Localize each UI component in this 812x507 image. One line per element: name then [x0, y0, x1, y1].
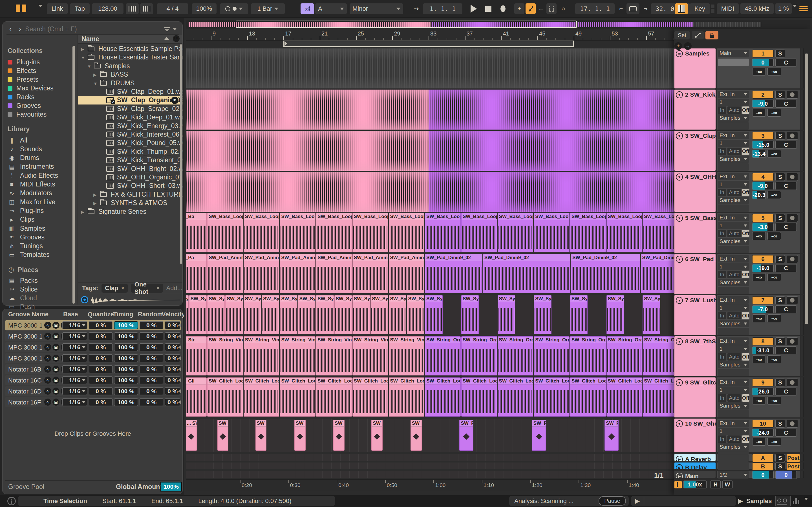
- monitor-in-button[interactable]: In: [718, 189, 726, 196]
- clip[interactable]: SW_Glitch_Loo: [425, 378, 461, 416]
- clip[interactable]: SW_Glitch_Loo: [352, 378, 388, 416]
- cue-volume-value[interactable]: 0: [775, 471, 797, 479]
- groove-random-value[interactable]: 0 %: [140, 332, 163, 340]
- groove-random-value[interactable]: 0 %: [140, 376, 163, 384]
- tree-folder-row[interactable]: ▶Signature Series: [78, 208, 183, 216]
- volume-value[interactable]: -3.0: [752, 223, 774, 231]
- clip[interactable]: SW_Syn: [225, 295, 243, 334]
- clip[interactable]: SW_Pad_Amin9: [316, 254, 352, 293]
- zoom-height-button[interactable]: H: [711, 481, 721, 489]
- sidebar-item-audio-effects[interactable]: ⁞Audio Effects: [8, 171, 72, 180]
- routing-select[interactable]: Samples: [718, 320, 749, 327]
- send-b-value[interactable]: -∞: [767, 232, 781, 240]
- routing-select[interactable]: 1: [718, 222, 749, 229]
- clip[interactable]: SW_FX: [371, 420, 383, 451]
- browser-back-button[interactable]: ‹: [6, 25, 14, 33]
- clip[interactable]: SW_String_Org: [461, 336, 497, 376]
- clip[interactable]: SW_String_Org: [534, 336, 569, 376]
- volume-value[interactable]: -26.0: [752, 388, 774, 395]
- groove-timing-value[interactable]: 100 %: [114, 354, 138, 362]
- track-unfold-icon[interactable]: ▼: [676, 256, 683, 263]
- solo-button[interactable]: S: [775, 132, 785, 140]
- logo-menu-caret-icon[interactable]: [38, 7, 42, 12]
- tree-collapsed-icon[interactable]: ▶: [81, 210, 84, 215]
- track-name-block[interactable]: ▼10 SW_Ghost_: [674, 418, 716, 452]
- track-number[interactable]: A: [752, 454, 774, 462]
- groove-row[interactable]: Notator 16D∿▣↻1/160 %100 %0 %0 %: [5, 386, 181, 396]
- routing-select[interactable]: 1: [718, 345, 749, 353]
- preview-headphone-icon[interactable]: [81, 296, 88, 303]
- send-a-value[interactable]: -∞: [752, 273, 766, 281]
- send-a-value[interactable]: -∞: [752, 68, 766, 75]
- clip[interactable]: SW_Syn: [425, 295, 442, 334]
- hot-swap-icon[interactable]: ∿: [44, 377, 51, 384]
- monitor-in-button[interactable]: In: [718, 271, 726, 278]
- clip[interactable]: SW_Bass_Loop_: [534, 213, 569, 252]
- tree-collapsed-icon[interactable]: ▶: [81, 47, 84, 52]
- solo-button[interactable]: S: [775, 462, 785, 470]
- track-unfold-icon[interactable]: ▼: [676, 132, 683, 139]
- cpu-load-meter[interactable]: 1 %: [775, 3, 792, 14]
- send-b-value[interactable]: -∞: [767, 68, 781, 75]
- clip[interactable]: SW_Glitch_Loo: [207, 378, 243, 416]
- velocity-slider-arrow[interactable]: [178, 389, 181, 393]
- send-b-value[interactable]: -∞: [767, 438, 781, 446]
- groove-row[interactable]: Notator 16C∿▣↻1/160 %100 %0 %0 %: [5, 375, 181, 385]
- groove-timing-value[interactable]: 100 %: [114, 321, 138, 329]
- solo-button[interactable]: S: [775, 296, 785, 304]
- routing-select[interactable]: Ext. In: [718, 91, 749, 98]
- clip[interactable]: SW_Syn: [407, 295, 424, 334]
- clip[interactable]: SW_Pad_Dmin9_02: [571, 254, 640, 293]
- groove-timing-value[interactable]: 100 %: [114, 376, 138, 384]
- hot-swap-icon[interactable]: ∿: [44, 388, 51, 395]
- clip[interactable]: SW_Bass_Loop_: [244, 213, 280, 252]
- pan-value[interactable]: C: [775, 223, 797, 231]
- clip[interactable]: SW_FX: [410, 420, 422, 451]
- clip[interactable]: SW_Glitch_Loo: [461, 378, 497, 416]
- clip[interactable]: SW_String_Org: [498, 336, 534, 376]
- volume-value[interactable]: 0: [752, 59, 774, 66]
- groove-base-select[interactable]: 1/16: [62, 343, 87, 351]
- clip[interactable]: SW_Pad_Amin9: [352, 254, 388, 293]
- routing-select[interactable]: 1: [718, 181, 749, 188]
- time-ruler[interactable]: 0:200:300:400:501:001:101:201:301:40: [186, 480, 674, 491]
- routing-select[interactable]: Samples: [718, 238, 749, 245]
- track-number[interactable]: 5: [752, 214, 774, 222]
- groove-row[interactable]: MPC 3000 1...∿▣↻1/160 %100 %0 %0 %: [5, 331, 181, 341]
- track-number[interactable]: 4: [752, 173, 774, 181]
- groove-random-value[interactable]: 0 %: [140, 343, 163, 351]
- monitor-auto-button[interactable]: Auto: [727, 312, 741, 320]
- save-icon[interactable]: ▣: [52, 322, 59, 329]
- track-unfold-icon[interactable]: ▼: [676, 173, 683, 180]
- velocity-slider-arrow[interactable]: [178, 356, 181, 360]
- clip-overview-icon[interactable]: [674, 481, 682, 489]
- clip[interactable]: SW_Syn: [262, 295, 279, 334]
- sidebar-item-max-for-live[interactable]: ◫Max for Live: [8, 198, 72, 206]
- monitor-auto-button[interactable]: Auto: [727, 394, 741, 402]
- arm-button[interactable]: [786, 296, 798, 304]
- monitor-off-button[interactable]: Off: [742, 148, 749, 155]
- tree-file-row[interactable]: SW_Kick_Deep_01.wav: [78, 113, 183, 122]
- tempo-field[interactable]: 128.00: [92, 3, 123, 14]
- track-name-block[interactable]: ▶Main: [674, 471, 716, 478]
- tree-file-row[interactable]: SW_OHH_Bright_02.wav: [78, 165, 183, 173]
- sidebar-item-grooves[interactable]: Grooves: [8, 101, 72, 110]
- clip[interactable]: SW_Pad_Dmin9_02: [425, 254, 483, 293]
- track-name-block[interactable]: ▼7 SW_Lush_St: [674, 295, 716, 335]
- track-unfold-icon[interactable]: ▶: [676, 464, 683, 469]
- sidebar-item-max-devices[interactable]: Max Devices: [8, 84, 72, 93]
- sidebar-item-plug-ins[interactable]: ⊸Plug-Ins: [8, 207, 72, 215]
- clip[interactable]: SW_Glitch_Loo: [316, 378, 352, 416]
- tree-collapsed-icon[interactable]: ▶: [93, 192, 97, 198]
- clip[interactable]: SW_Pad_Amin9: [207, 254, 243, 293]
- clip[interactable]: ... SW_Ba: [186, 213, 207, 252]
- groove-base-select[interactable]: 1/16: [62, 332, 87, 340]
- groove-row[interactable]: MPC 3000 1...∿▣↻1/160 %100 %0 %0 %: [5, 342, 181, 352]
- checkbox-icon[interactable]: ✓: [111, 100, 115, 104]
- groove-quantize-value[interactable]: 0 %: [89, 398, 112, 406]
- groove-base-select[interactable]: 1/16: [62, 321, 87, 329]
- sidebar-item-drums[interactable]: ◉Drums: [8, 154, 72, 162]
- send-a-value[interactable]: -∞: [752, 355, 766, 363]
- track-name-block[interactable]: ▶B Delay: [674, 462, 716, 469]
- clip[interactable]: ... SW_Gli: [186, 378, 207, 416]
